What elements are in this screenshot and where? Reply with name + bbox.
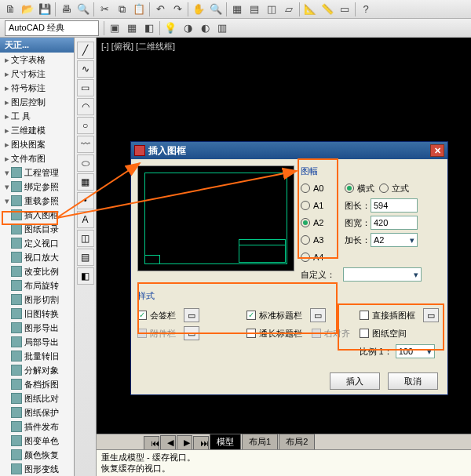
tool-icon[interactable]: ▭ — [337, 2, 352, 17]
attach-browse-button[interactable]: ▭ — [184, 326, 199, 340]
tool-icon[interactable]: ◑ — [180, 20, 195, 36]
chk-sign[interactable] — [137, 311, 147, 320]
circle-icon[interactable]: ○ — [77, 117, 94, 134]
copy-icon[interactable]: ⧉ — [114, 2, 130, 17]
sidebar-category[interactable]: ▸图块图案 — [0, 137, 74, 151]
size-radio-A0[interactable] — [301, 183, 310, 193]
chk-direct[interactable] — [360, 311, 369, 320]
tool-icon[interactable]: ▤ — [246, 2, 262, 17]
arc-icon[interactable]: ◠ — [77, 98, 94, 115]
sidebar-item[interactable]: 改变比例 — [0, 264, 74, 278]
line-icon[interactable]: ╱ — [77, 42, 94, 59]
paste-icon[interactable]: 📋 — [131, 2, 147, 17]
size-radio-A4[interactable] — [301, 253, 310, 262]
tool-icon[interactable]: 📏 — [319, 2, 335, 17]
size-radio-A2[interactable] — [301, 218, 310, 227]
tool-icon[interactable]: ▥ — [214, 20, 230, 36]
direct-browse-button[interactable]: ▭ — [423, 308, 439, 322]
tool-icon[interactable]: ▣ — [107, 20, 122, 36]
tab-layout1[interactable]: 布局1 — [242, 434, 278, 449]
custom-select[interactable] — [343, 267, 422, 282]
tool-icon[interactable]: ▦ — [124, 20, 140, 36]
print-icon[interactable]: 🖶 — [58, 2, 74, 17]
redo-icon[interactable]: ↷ — [170, 2, 185, 17]
table-icon[interactable]: ▤ — [77, 249, 94, 266]
preview-icon[interactable]: 🔍 — [75, 2, 91, 17]
tab-nav-next[interactable]: ▶ — [177, 435, 192, 449]
help-icon[interactable]: ? — [358, 2, 374, 17]
sidebar-item[interactable]: 分解对象 — [0, 363, 74, 377]
undo-icon[interactable]: ↶ — [152, 2, 168, 17]
pline-icon[interactable]: ∿ — [77, 60, 94, 78]
spline-icon[interactable]: 〰 — [77, 136, 94, 153]
sidebar-item[interactable]: 颜色恢复 — [0, 448, 74, 462]
sidebar-item[interactable]: ▾绑定参照 — [0, 180, 74, 194]
tool-icon[interactable]: ▦ — [229, 2, 245, 17]
sidebar-item[interactable]: 图变单色 — [0, 434, 74, 448]
sidebar-item[interactable]: 插入图框 — [0, 208, 74, 222]
ext-select[interactable]: A2 — [371, 233, 418, 247]
insert-button[interactable]: 插入 — [330, 372, 380, 390]
cut-icon[interactable]: ✂ — [97, 2, 112, 17]
sidebar-category[interactable]: ▸工 具 — [0, 109, 74, 123]
sidebar-category[interactable]: ▸三维建模 — [0, 123, 74, 137]
std-browse-button[interactable]: ▭ — [310, 308, 326, 322]
sidebar-item[interactable]: 图形导出 — [0, 321, 74, 335]
chk-full[interactable] — [246, 329, 256, 338]
tab-nav-first[interactable]: ⏮ — [144, 436, 159, 449]
sidebar-category[interactable]: ▸图层控制 — [0, 95, 74, 109]
close-icon[interactable]: ✕ — [430, 144, 444, 157]
tab-model[interactable]: 模型 — [210, 434, 241, 449]
tab-layout2[interactable]: 布局2 — [279, 434, 315, 449]
tool-icon[interactable]: ◐ — [197, 20, 213, 36]
sidebar-category[interactable]: ▸符号标注 — [0, 81, 74, 95]
sidebar-item[interactable]: 图纸保护 — [0, 405, 74, 420]
sidebar-item[interactable]: 图形切割 — [0, 293, 74, 307]
sidebar-item[interactable]: ▾工程管理 — [0, 165, 74, 180]
sidebar-item[interactable]: 视口放大 — [0, 250, 74, 264]
sidebar-item[interactable]: 备档拆图 — [0, 377, 74, 391]
sidebar-item[interactable]: ▾重载参照 — [0, 194, 74, 208]
block-icon[interactable]: ◫ — [77, 230, 94, 247]
workspace-combo[interactable]: AutoCAD 经典 — [5, 20, 99, 36]
sidebar-item[interactable]: 布局旋转 — [0, 278, 74, 293]
size-radio-A1[interactable] — [301, 201, 310, 210]
tab-nav-prev[interactable]: ◀ — [160, 435, 176, 449]
open-icon[interactable]: 📂 — [20, 2, 35, 17]
save-icon[interactable]: 💾 — [37, 2, 53, 17]
sidebar-item[interactable]: 图纸目录 — [0, 222, 74, 236]
hatch-icon[interactable]: ▦ — [77, 173, 94, 191]
orient-h-radio[interactable] — [345, 183, 354, 193]
tool-icon[interactable]: ▱ — [281, 2, 297, 17]
sidebar-item[interactable]: 图纸比对 — [0, 391, 74, 405]
pan-icon[interactable]: ✋ — [191, 2, 206, 17]
tool-icon[interactable]: 📐 — [302, 2, 318, 17]
ellipse-icon[interactable]: ⬭ — [77, 154, 94, 172]
region-icon[interactable]: ◧ — [77, 267, 94, 285]
tool-icon[interactable]: ◫ — [264, 2, 279, 17]
width-input[interactable] — [371, 216, 418, 230]
sidebar-item[interactable]: 批量转旧 — [0, 349, 74, 363]
tool-icon[interactable]: ◧ — [141, 20, 157, 36]
zoom-icon[interactable]: 🔍 — [208, 2, 224, 17]
tab-nav-last[interactable]: ⏭ — [193, 436, 209, 449]
new-icon[interactable]: 🗎 — [2, 2, 18, 17]
dialog-titlebar[interactable]: 插入图框 ✕ — [131, 142, 447, 159]
command-line[interactable]: 重生成模型 - 缓存视口。 恢复缓存的视口。 — [97, 449, 471, 476]
chk-paper[interactable] — [360, 329, 369, 338]
bulb-icon[interactable]: 💡 — [162, 20, 178, 36]
sign-browse-button[interactable]: ▭ — [184, 308, 199, 322]
sidebar-item[interactable]: 局部导出 — [0, 335, 74, 349]
sidebar-item[interactable]: 图形变线 — [0, 462, 74, 476]
sidebar-category[interactable]: ▸文件布图 — [0, 151, 74, 165]
orient-v-radio[interactable] — [379, 183, 389, 193]
sidebar-category[interactable]: ▸尺寸标注 — [0, 67, 74, 81]
rect-icon[interactable]: ▭ — [77, 79, 94, 96]
point-icon[interactable]: • — [77, 192, 94, 209]
cancel-button[interactable]: 取消 — [388, 372, 438, 390]
sidebar-item[interactable]: 旧图转换 — [0, 307, 74, 321]
chk-std[interactable] — [246, 311, 256, 320]
sidebar-item[interactable]: 插件发布 — [0, 420, 74, 434]
sidebar-item[interactable]: 定义视口 — [0, 236, 74, 250]
size-radio-A3[interactable] — [301, 235, 310, 245]
